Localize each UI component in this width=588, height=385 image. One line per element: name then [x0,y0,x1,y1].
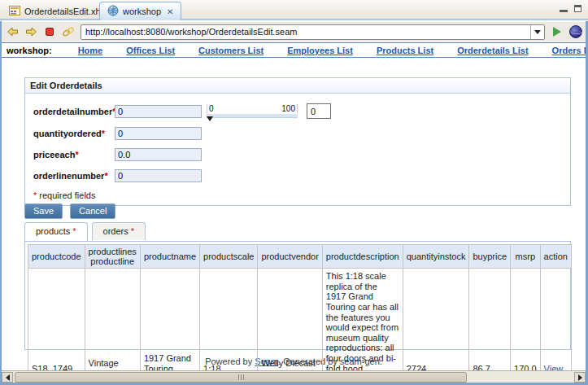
view-link[interactable]: View [544,364,564,370]
required-star: * [104,171,107,181]
required-fields-note: * required fields [25,190,564,200]
maximize-icon[interactable] [574,5,581,12]
field-label: orderdetailnumber [33,107,112,116]
orderdetailnumber-input[interactable] [115,105,202,118]
nav-link-home[interactable]: Home [78,46,103,55]
orderdetailnumber-spinner[interactable] [307,103,331,119]
col-productname: productname [140,245,199,269]
nav-link-orders[interactable]: Orders List [552,46,588,55]
required-star: * [75,150,78,160]
nav-link-offices[interactable]: Offices List [126,46,175,55]
url-bar [81,24,545,40]
edit-orderdetails-panel: Edit Orderdetails orderdetailnumber* 0 1… [24,77,571,206]
tab-products[interactable]: products * [24,222,88,241]
col-productcode: productcode [28,245,85,269]
nav-link-employees[interactable]: Employees List [287,46,353,55]
cell-productscale: 1:18 [200,269,258,371]
priceeach-input[interactable] [115,148,202,161]
back-icon[interactable] [6,25,19,38]
slider-track[interactable] [207,114,298,118]
field-row-priceeach: priceeach* [25,148,564,161]
panel-title: Edit Orderdetails [25,78,570,94]
editor-tab-browser[interactable]: workshop ✕ [99,2,181,20]
nav-link-customers[interactable]: Customers List [198,46,264,55]
col-action: action [540,245,571,269]
field-label: priceeach [33,150,75,160]
table-header-row: productcode productlines productline pro… [28,245,572,269]
field-row-orderlinenumber: orderlinenumber* [25,169,564,182]
products-table-panel: productcode productlines productline pro… [24,241,571,350]
window-edge-left [0,21,2,385]
orderdetailnumber-slider[interactable]: 0 100 [207,104,298,118]
col-productvendor: productvendor [258,245,322,269]
table-row: S18_1749 Vintage Cars 1917 Grand Touring… [28,269,572,371]
cell-productcode: S18_1749 [28,269,85,371]
editor-tab-browser-label: workshop [123,7,161,16]
forward-icon[interactable] [24,25,37,38]
col-buyprice: buyprice [469,245,511,269]
field-row-quantityordered: quantityordered* [25,127,564,140]
cell-productname: 1917 Grand Touring Sedan [140,269,199,371]
products-table: productcode productlines productline pro… [28,244,572,370]
browser-toolbar [0,22,588,42]
refresh-link-icon[interactable] [62,25,75,38]
cell-action: View [540,269,571,371]
col-productdescription: productdescription [322,245,403,269]
save-button[interactable]: Save [24,203,63,219]
cell-quantityinstock: 2724 [403,269,469,371]
stop-icon[interactable] [43,25,56,38]
slider-min-label: 0 [209,104,214,113]
field-label: quantityordered [33,129,102,138]
go-icon[interactable] [551,25,564,38]
globe-icon [107,5,119,18]
nav-link-orderdetails[interactable]: Orderdetails List [457,46,528,55]
chevron-down-icon [534,30,541,34]
cell-buyprice: 86.7 [469,269,511,371]
scrollbar-thumb[interactable] [15,372,467,383]
col-productscale: productscale [200,245,258,269]
external-browser-icon[interactable] [569,25,582,38]
col-productline: productlines productline [85,245,140,269]
close-icon[interactable]: ✕ [167,7,173,16]
editor-tabbar: OrderdetailsEdit.xhtml workshop ✕ [0,0,588,20]
col-quantityinstock: quantityinstock [403,245,469,269]
url-input[interactable] [81,25,530,39]
col-msrp: msrp [511,245,541,269]
scroll-left-arrow[interactable] [2,372,13,383]
cell-msrp: 170.0 [511,269,541,371]
cell-productvendor: Welly Diecast Productions [258,269,322,371]
minimize-icon[interactable] [560,5,568,12]
app-navbar: workshop: Home Offices List Customers Li… [0,42,588,58]
cell-productdescription: This 1:18 scale replica of the 1917 Gran… [322,269,403,371]
app-brand: workshop: [7,46,52,55]
nav-link-products[interactable]: Products List [377,46,433,55]
orderlinenumber-input[interactable] [115,169,202,182]
xhtml-file-icon [9,6,20,17]
cell-productline: Vintage Cars [85,269,140,371]
slider-max-label: 100 [281,104,295,113]
cancel-button[interactable]: Cancel [70,203,115,219]
slider-handle[interactable] [207,116,213,121]
tab-orders[interactable]: orders * [92,222,146,240]
scroll-right-arrow[interactable] [574,372,586,383]
field-row-orderdetailnumber: orderdetailnumber* 0 100 [25,103,564,119]
quantityordered-input[interactable] [115,127,202,140]
horizontal-scrollbar[interactable] [2,370,586,383]
required-star: * [102,129,105,138]
field-label: orderlinenumber [33,171,104,181]
detail-tabs: products * orders * [24,222,146,240]
page-content: Edit Orderdetails orderdetailnumber* 0 1… [2,59,586,370]
url-dropdown-button[interactable] [530,25,544,39]
